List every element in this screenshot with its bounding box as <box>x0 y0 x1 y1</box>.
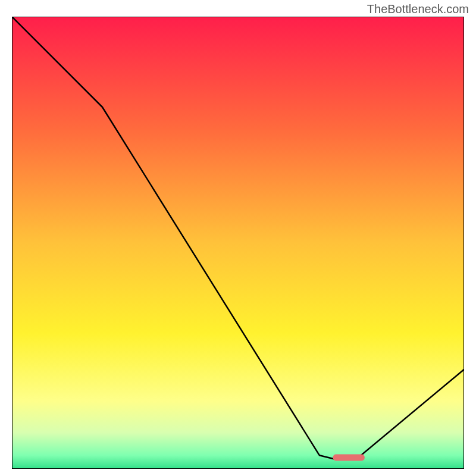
chart-svg <box>12 17 464 469</box>
watermark-text: TheBottleneck.com <box>367 2 469 16</box>
optimal-zone-marker <box>333 455 365 461</box>
chart-container <box>12 17 464 469</box>
